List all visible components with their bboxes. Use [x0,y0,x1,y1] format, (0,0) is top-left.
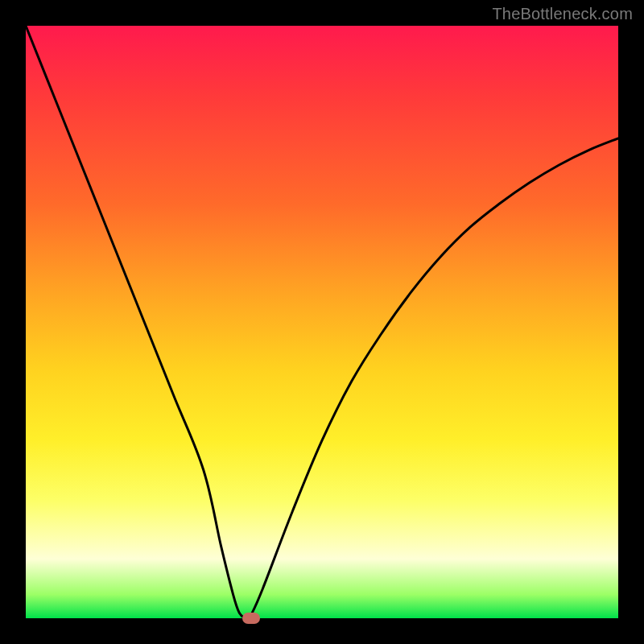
optimal-point-marker [242,613,260,624]
watermark-text: TheBottleneck.com [492,5,633,23]
chart-frame: TheBottleneck.com [0,0,644,644]
plot-area [26,26,618,618]
bottleneck-curve [26,26,618,618]
